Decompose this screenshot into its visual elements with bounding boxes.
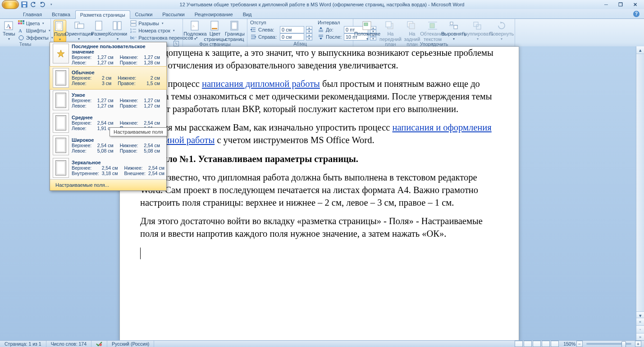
- page-setup-launcher[interactable]: ⤡: [174, 41, 179, 46]
- margins-option-title: Широкое: [72, 137, 164, 143]
- tooltip: Настраиваемые поля: [110, 127, 167, 136]
- margins-option[interactable]: ОбычноеВерхнее:2 смНижнее:2 смЛевое:3 см…: [50, 66, 167, 90]
- position-icon: [362, 21, 373, 31]
- zoom-level[interactable]: 150%: [563, 341, 575, 347]
- send-back-icon: [406, 21, 417, 31]
- status-language[interactable]: Русский (Россия): [107, 341, 154, 347]
- document-page[interactable]: будет допущена к защите, а это значит, ч…: [119, 46, 519, 342]
- theme-colors-button[interactable]: Цвета▾: [16, 20, 55, 27]
- save-icon[interactable]: [21, 1, 28, 8]
- tab-mailings[interactable]: Рассылки: [157, 10, 189, 18]
- page-margins-icon: [53, 90, 69, 110]
- size-button[interactable]: Размер▾: [91, 20, 108, 41]
- view-outline-icon[interactable]: [542, 341, 550, 347]
- redo-icon[interactable]: [39, 1, 46, 8]
- tab-insert[interactable]: Вставка: [47, 10, 75, 18]
- prev-page-icon[interactable]: «: [636, 318, 644, 325]
- breaks-icon: [130, 20, 137, 27]
- indent-right-spinner[interactable]: ▲▼: [306, 33, 312, 41]
- qat-more-icon[interactable]: ▾: [48, 1, 55, 8]
- status-proofing[interactable]: [91, 341, 107, 347]
- zoom-out-button[interactable]: −: [576, 341, 583, 347]
- group-button[interactable]: Группировать▾: [465, 20, 490, 41]
- columns-icon: [112, 21, 123, 31]
- app-window: ▾ 12 Учитываем общие требования к диплом…: [0, 0, 644, 347]
- indent-left-input[interactable]: 0 см: [280, 26, 304, 33]
- indent-right-row: Справа: 0 см ▲▼: [250, 33, 312, 40]
- theme-fonts-button[interactable]: AШрифты▾: [16, 27, 55, 34]
- align-button[interactable]: Выровнять▾: [443, 20, 464, 41]
- svg-rect-47: [386, 22, 391, 27]
- svg-rect-6: [18, 20, 20, 22]
- view-full-screen-icon[interactable]: [524, 341, 532, 347]
- svg-rect-50: [430, 23, 434, 28]
- view-web-layout-icon[interactable]: [533, 341, 541, 347]
- view-print-layout-icon[interactable]: [515, 341, 523, 347]
- indent-right-input[interactable]: 0 см: [280, 33, 304, 41]
- margins-option[interactable]: Последнее пользовательское значениеВерхн…: [50, 42, 166, 67]
- svg-rect-17: [78, 24, 84, 28]
- theme-effects-button[interactable]: Эффекты▾: [16, 34, 55, 41]
- view-draft-icon[interactable]: [551, 341, 559, 347]
- group-page-background: AПодложка▾ Цвет страницы▾ Границы страни…: [183, 19, 247, 47]
- svg-rect-11: [23, 23, 24, 24]
- scroll-up-icon[interactable]: ▴: [636, 46, 644, 54]
- spacing-after-icon: [318, 34, 324, 40]
- send-back-button[interactable]: На задний план▾: [402, 20, 422, 41]
- next-page-icon[interactable]: »: [636, 333, 644, 341]
- custom-margins-button[interactable]: Настраиваемые поля...: [50, 179, 166, 190]
- browse-object-icon[interactable]: ◦: [636, 325, 644, 333]
- columns-button[interactable]: Колонки▾: [109, 20, 127, 41]
- page-borders-button[interactable]: Границы страниц: [225, 20, 244, 41]
- office-button[interactable]: [2, 0, 19, 9]
- tab-references[interactable]: Ссылки: [130, 10, 158, 18]
- tab-page-layout[interactable]: Разметка страницы: [75, 10, 130, 19]
- margins-option[interactable]: ШирокоеВерхнее:2,54 смНижнее:2,54 смЛево…: [50, 134, 166, 157]
- position-button[interactable]: Положение▾: [356, 20, 379, 41]
- page-color-button[interactable]: Цвет страницы▾: [206, 20, 224, 41]
- margins-button[interactable]: Поля▾: [54, 20, 66, 42]
- margins-option-title: Обычное: [72, 70, 164, 75]
- page-margins-icon: [53, 68, 69, 88]
- rotate-button[interactable]: Повернуть▾: [491, 20, 512, 41]
- status-page[interactable]: Страница: 1 из 1: [0, 341, 46, 347]
- orientation-button[interactable]: Ориентация▾: [67, 20, 91, 41]
- indent-left-icon: [250, 27, 256, 33]
- themes-button[interactable]: Aa Темы▾: [3, 20, 15, 41]
- svg-rect-21: [131, 21, 136, 23]
- margins-option-title: Последнее пользовательское значение: [72, 44, 164, 54]
- page-margins-icon: [53, 135, 69, 155]
- zoom-slider[interactable]: [586, 343, 631, 345]
- titlebar: ▾ 12 Учитываем общие требования к диплом…: [0, 0, 644, 9]
- colors-icon: [18, 20, 24, 27]
- star-icon: [53, 44, 69, 63]
- margins-dropdown: Последнее пользовательское значениеВерхн…: [50, 42, 167, 191]
- zoom-in-button[interactable]: +: [635, 341, 641, 347]
- help-icon[interactable]: ?: [633, 11, 639, 17]
- bring-front-button[interactable]: На передний план▾: [379, 20, 402, 41]
- tab-review[interactable]: Рецензирование: [190, 10, 238, 18]
- hyphenation-icon: bc⁻: [130, 35, 137, 41]
- tab-home[interactable]: Главная: [18, 10, 47, 18]
- vertical-scrollbar[interactable]: ▴ ▾ « ◦ »: [636, 46, 644, 341]
- margins-option[interactable]: УзкоеВерхнее:1,27 смНижнее:1,27 смЛевое:…: [50, 89, 166, 112]
- minimize-button[interactable]: ─: [603, 2, 610, 8]
- text-wrap-button[interactable]: Обтекание текстом▾: [423, 20, 443, 41]
- text-wrap-icon: [427, 21, 438, 31]
- rotate-icon: [496, 21, 507, 31]
- watermark-button[interactable]: AПодложка▾: [186, 20, 205, 41]
- tab-view[interactable]: Вид: [238, 10, 257, 18]
- align-icon: [448, 21, 459, 31]
- svg-rect-1: [23, 2, 26, 4]
- status-words[interactable]: Число слов: 174: [46, 341, 91, 347]
- doc-paragraph: Чтобы процесс написания дипломной работы…: [140, 78, 498, 115]
- effects-icon: [18, 35, 24, 41]
- margins-option[interactable]: ЗеркальноеВерхнее:2,54 смНижнее:2,54 смВ…: [50, 157, 166, 179]
- maximize-button[interactable]: ❐: [617, 2, 624, 8]
- doc-link[interactable]: написания дипломной работы: [202, 79, 320, 89]
- doc-paragraph: Всем известно, что дипломная работа долж…: [140, 171, 498, 209]
- undo-icon[interactable]: [30, 1, 37, 8]
- close-button[interactable]: ✕: [631, 2, 639, 8]
- doc-heading: Правило №1. Устанавливаем параметры стра…: [140, 153, 498, 166]
- indent-left-spinner[interactable]: ▲▼: [306, 26, 312, 33]
